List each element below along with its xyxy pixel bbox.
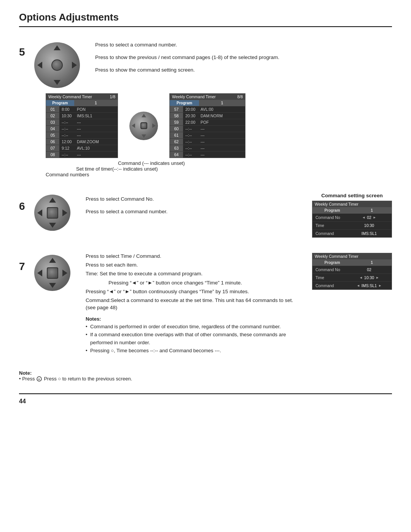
row-cmd: AVL:10	[75, 145, 92, 151]
row-cmd: ---	[198, 132, 213, 138]
desc7-3: Time: Set the time to execute a command …	[86, 270, 304, 278]
cmd-value: ◄10:30►	[347, 275, 392, 281]
arrow-right-5[interactable]	[72, 62, 77, 69]
annotation3: Command numbers	[46, 172, 392, 177]
center-button-6[interactable]	[47, 207, 58, 219]
section-7: 7 Press to select Time / Co	[19, 253, 392, 355]
center-button-7[interactable]	[47, 267, 58, 279]
row-num: 63	[170, 145, 183, 151]
desc7-1: Press to select Time / Command.	[86, 253, 304, 260]
row-time: 22:00	[183, 119, 198, 125]
row-cmd: POF	[198, 119, 213, 125]
cmd-row: Command ◄IMS:SL1►	[312, 282, 392, 289]
row-num: 05	[46, 132, 59, 138]
table-row: 06 12:00 DAM:ZOOM	[46, 139, 118, 145]
bottom-rule	[19, 393, 392, 394]
table-row: 01 8:00 PON	[46, 106, 118, 113]
arrow-up-5[interactable]	[54, 45, 61, 50]
arrow-up-6[interactable]	[49, 198, 56, 203]
cmd-row: Time 10:30	[312, 222, 392, 230]
row-num: 59	[170, 119, 183, 125]
table-row: 07 9:12 AVL:10	[46, 145, 118, 152]
row-num: 06	[46, 139, 59, 145]
cmd-label: Command	[312, 230, 347, 236]
nav-left[interactable]	[132, 123, 135, 128]
screen2-header: Program 1	[170, 100, 245, 106]
table-row: 57 20:00 AVL:00	[170, 106, 245, 113]
row-num: 57	[170, 106, 183, 112]
remote-control-7	[34, 255, 70, 291]
row-time: --:--	[183, 152, 198, 158]
arrow-right-7[interactable]	[62, 270, 67, 276]
section7-notes: Notes: Command is performed in order of …	[86, 315, 304, 355]
row-time: 20:30	[183, 113, 198, 119]
cmd-screen6-title: Weekly Command Timer	[312, 201, 392, 207]
arrow-left-5[interactable]	[37, 62, 42, 69]
row-cmd: ---	[198, 139, 213, 145]
row-time: --:--	[59, 119, 75, 125]
remote-control-5	[34, 42, 80, 88]
screen2-title-bar: Weekly Command Timer 8/8	[170, 94, 245, 100]
cmd-row: Command IMS:SL1	[312, 230, 392, 237]
row-time: --:--	[59, 152, 75, 158]
arrow-down-6[interactable]	[49, 223, 56, 228]
table-row: 59 22:00 POF	[170, 119, 245, 126]
notes-title-7: Notes:	[86, 315, 304, 323]
page-number: 44	[19, 398, 392, 405]
cmd-value: 02	[347, 267, 392, 273]
row-time: --:--	[59, 132, 75, 138]
row-cmd: PON	[75, 106, 90, 112]
row-cmd: DAM:ZOOM	[75, 139, 101, 145]
list-item: If a command execution time overlaps wit…	[86, 331, 304, 347]
arrow-right-6[interactable]	[62, 209, 67, 216]
page-title: Options Adjustments	[19, 11, 392, 27]
arrow-down-7[interactable]	[49, 283, 56, 288]
nav-right[interactable]	[152, 123, 156, 128]
table-row: 58 20:30 DAM:NORM	[170, 113, 245, 119]
cmd-setting-area-6: Command setting screen Weekly Command Ti…	[312, 193, 392, 238]
row-num: 02	[46, 113, 59, 119]
cmd-screen-label-6: Command setting screen	[312, 193, 392, 198]
screen1-rows: 01 8:00 PON 02 10:30 IMS:SL1 03 --:-- --…	[46, 106, 118, 158]
row-time: 12:00	[59, 139, 75, 145]
desc5-2: Press to show the previous / next comman…	[95, 54, 279, 61]
screen2-page: 8/8	[237, 94, 243, 99]
list-item: Command is performed in order of executi…	[86, 323, 304, 331]
row-time: 20:00	[183, 106, 198, 112]
desc6-1: Press to select Command No.	[86, 196, 167, 203]
center-button-5[interactable]	[51, 59, 63, 71]
list-item: Pressing ○, Time becomes --:-- and Comma…	[86, 347, 304, 355]
desc7-6: Command:Select a command to execute at t…	[86, 297, 304, 312]
cmd-row: Time ◄10:30►	[312, 274, 392, 282]
remote-control-6	[34, 195, 70, 231]
arrow-up-7[interactable]	[49, 258, 56, 263]
cmd-value: 10:30	[347, 222, 392, 228]
cmd-screen7-title: Weekly Command Timer	[312, 253, 392, 259]
nav-center[interactable]	[140, 122, 147, 129]
row-cmd: ---	[198, 126, 213, 132]
cmd-setting-area-7: Weekly Command Timer Program 1 Command N…	[312, 253, 392, 290]
row-num: 03	[46, 119, 59, 125]
table-row: 05 --:-- ---	[46, 132, 118, 139]
nav-down[interactable]	[142, 134, 146, 138]
screen2-h1: Program	[170, 100, 199, 106]
row-time: 9:12	[59, 145, 75, 151]
cmd-screen7-program-header: Program 1	[312, 259, 392, 266]
screen1-title-bar: Weekly Command Timer 1/8	[46, 94, 118, 100]
row-cmd: AVL:00	[198, 106, 216, 112]
row-time: 8:00	[59, 106, 75, 112]
nav-up[interactable]	[142, 114, 146, 117]
desc6-2: Press to select a command number.	[86, 208, 167, 216]
section-5: 5 Press to select a command number.	[19, 38, 392, 177]
arrow-down-5[interactable]	[54, 80, 61, 85]
section-number-6: 6	[19, 200, 34, 212]
table-row: 04 --:-- ---	[46, 126, 118, 132]
arrow-left-7[interactable]	[37, 270, 42, 276]
table-row: 08 --:-- ---	[46, 152, 118, 158]
row-time: --:--	[59, 126, 75, 132]
cmd-value: ◄02►	[347, 214, 392, 220]
desc7-5: Pressing “◄” or “►” button continuously …	[86, 288, 304, 296]
arrow-left-6[interactable]	[37, 209, 42, 216]
section7-notes-list: Command is performed in order of executi…	[86, 323, 304, 355]
row-cmd: IMS:SL1	[75, 113, 94, 119]
